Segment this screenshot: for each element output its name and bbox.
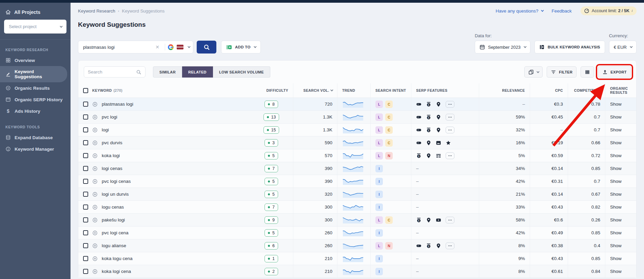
serp-more-button[interactable]	[446, 127, 454, 133]
organic-results-link[interactable]: Show	[605, 111, 636, 123]
intent-cell: LN	[370, 149, 411, 162]
row-checkbox[interactable]	[83, 217, 88, 222]
select-all-checkbox[interactable]	[83, 88, 88, 93]
organic-results-link[interactable]: Show	[605, 227, 636, 239]
col-competition[interactable]: COMPETITION	[568, 83, 605, 98]
add-keyword-icon[interactable]	[92, 153, 98, 158]
project-select-dropdown[interactable]: Select project	[4, 20, 66, 34]
add-keyword-icon[interactable]	[92, 205, 98, 210]
serp-more-button[interactable]	[446, 217, 454, 223]
keyword-cell[interactable]: logu cenas	[102, 205, 124, 210]
add-keyword-icon[interactable]	[92, 243, 98, 249]
tab-low-search-volume[interactable]: LOW SEARCH VOLUME	[213, 66, 270, 78]
keyword-cell[interactable]: pvc logi	[102, 114, 117, 120]
keyword-cell[interactable]: logu alianse	[102, 243, 126, 248]
add-keyword-icon[interactable]	[92, 217, 98, 223]
add-keyword-icon[interactable]	[92, 102, 98, 107]
keyword-cell[interactable]: plastmasas logi	[102, 102, 133, 107]
serp-more-button[interactable]	[446, 242, 454, 249]
organic-results-link[interactable]: Show	[605, 239, 636, 252]
organic-results-link[interactable]: Show	[605, 214, 636, 226]
organic-results-link[interactable]: Show	[605, 124, 636, 136]
organic-results-link[interactable]: Show	[605, 252, 636, 265]
add-keyword-icon[interactable]	[92, 127, 98, 133]
keyword-cell[interactable]: koka logi cena	[102, 269, 131, 274]
add-keyword-icon[interactable]	[92, 192, 98, 197]
keyword-cell[interactable]: pvc durvis	[102, 140, 122, 145]
keyword-cell[interactable]: logi cenas	[102, 166, 122, 171]
add-to-button[interactable]: ADD TO	[221, 41, 261, 53]
row-checkbox[interactable]	[83, 114, 88, 120]
sidebar-item-ads-history[interactable]: $Ads History	[0, 105, 71, 117]
organic-results-link[interactable]: Show	[605, 201, 636, 213]
col-search-volume[interactable]: SEARCH VOL.	[293, 83, 337, 98]
add-keyword-icon[interactable]	[92, 269, 98, 274]
filter-button[interactable]: FILTER	[547, 66, 577, 78]
serp-more-button[interactable]	[446, 101, 454, 108]
copy-menu-button[interactable]	[524, 66, 543, 78]
organic-results-link[interactable]: Show	[605, 265, 636, 278]
row-checkbox[interactable]	[83, 269, 88, 274]
row-checkbox[interactable]	[83, 102, 88, 107]
organic-results-link[interactable]: Show	[605, 149, 636, 162]
have-questions-link[interactable]: Have any questions?	[495, 8, 543, 14]
row-checkbox[interactable]	[83, 127, 88, 132]
table-search-input[interactable]: Search	[84, 66, 145, 78]
sidebar-item-keyword-manager[interactable]: Keyword Manager	[0, 143, 71, 155]
keyword-cell[interactable]: pakešu logi	[102, 217, 125, 222]
row-checkbox[interactable]	[83, 256, 88, 261]
sidebar-item-all-projects[interactable]: All Projects	[0, 7, 71, 19]
add-keyword-icon[interactable]	[92, 166, 98, 171]
bulk-keyword-analysis-button[interactable]: BULK KEYWORD ANALYSIS	[534, 41, 605, 53]
tab-similar[interactable]: SIMILAR	[153, 66, 182, 78]
currency-dropdown[interactable]: € EUR	[609, 41, 637, 53]
keyword-cell[interactable]: koka logu cena	[102, 256, 133, 261]
row-checkbox[interactable]	[83, 243, 88, 248]
tab-related[interactable]: RELATED	[182, 66, 213, 78]
trend-cell	[337, 162, 370, 175]
row-checkbox[interactable]	[83, 192, 88, 197]
keyword-cell[interactable]: logi	[102, 127, 109, 132]
serp-more-button[interactable]	[446, 152, 454, 159]
keyword-search-input[interactable]: plastmasas logi ✕	[78, 41, 193, 53]
add-keyword-icon[interactable]	[92, 230, 98, 236]
row-checkbox[interactable]	[83, 179, 88, 184]
export-button[interactable]: EXPORT	[598, 66, 631, 78]
feedback-link[interactable]: Feedback	[552, 8, 572, 14]
serp-more-button[interactable]	[446, 114, 454, 121]
organic-results-link[interactable]: Show	[605, 136, 636, 149]
date-picker[interactable]: September 2023	[475, 41, 530, 53]
difficulty-badge: 13	[264, 113, 279, 121]
sidebar-item-overview[interactable]: Overview	[0, 55, 71, 66]
col-difficulty[interactable]: DIFFICULTY	[250, 83, 293, 98]
organic-results-link[interactable]: Show	[605, 188, 636, 200]
row-checkbox[interactable]	[83, 166, 88, 171]
columns-button[interactable]	[581, 66, 594, 78]
organic-results-link[interactable]: Show	[605, 162, 636, 175]
organic-results-link[interactable]: Show	[605, 175, 636, 188]
col-relevance[interactable]: RELEVANCE	[479, 83, 530, 98]
keyword-cell[interactable]: koka logi	[102, 153, 120, 158]
sidebar-item-organic-results[interactable]: Organic Results	[0, 82, 71, 94]
keyword-cell[interactable]: pvc logi cenas	[102, 179, 131, 184]
breadcrumb-keyword-research[interactable]: Keyword Research	[78, 8, 115, 14]
row-checkbox[interactable]	[83, 153, 88, 158]
search-button[interactable]	[197, 41, 216, 53]
add-keyword-icon[interactable]	[92, 256, 98, 261]
sidebar-item-expand-database[interactable]: Expand Database	[0, 132, 71, 143]
account-limit-badge[interactable]: Account limit: 2 / 5K i	[581, 6, 637, 15]
keyword-cell[interactable]: logi un durvis	[102, 192, 129, 197]
organic-results-link[interactable]: Show	[605, 98, 636, 110]
row-checkbox[interactable]	[83, 230, 88, 235]
keyword-cell[interactable]: pvc logi cena	[102, 230, 129, 235]
sidebar-item-keyword-suggestions[interactable]: Keyword Suggestions	[0, 66, 67, 82]
add-keyword-icon[interactable]	[92, 140, 98, 146]
chevron-down-icon[interactable]	[188, 45, 190, 48]
row-checkbox[interactable]	[83, 205, 88, 210]
col-cpc[interactable]: CPC	[530, 83, 568, 98]
sidebar-item-organic-serp-history[interactable]: Organic SERP History	[0, 94, 71, 105]
add-keyword-icon[interactable]	[92, 179, 98, 184]
clear-input-icon[interactable]: ✕	[153, 44, 162, 50]
row-checkbox[interactable]	[83, 140, 88, 145]
add-keyword-icon[interactable]	[92, 114, 98, 120]
